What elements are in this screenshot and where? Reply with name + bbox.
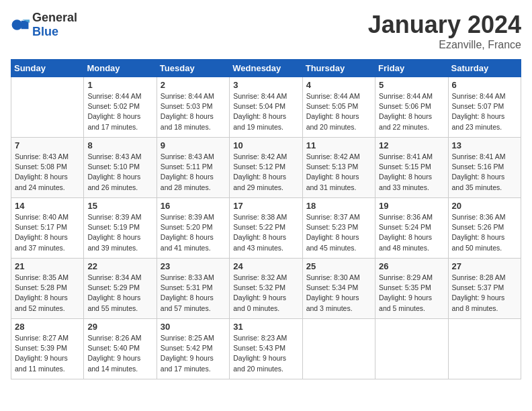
day-info: Sunrise: 8:44 AMSunset: 5:06 PMDaylight:…: [379, 91, 444, 132]
calendar-cell: 21Sunrise: 8:35 AMSunset: 5:28 PMDayligh…: [11, 259, 84, 319]
calendar-cell: 2Sunrise: 8:44 AMSunset: 5:03 PMDaylight…: [157, 77, 229, 138]
col-header-monday: Monday: [84, 60, 157, 77]
day-number: 31: [233, 322, 298, 332]
day-info: Sunrise: 8:39 AMSunset: 5:19 PMDaylight:…: [87, 212, 152, 253]
day-info: Sunrise: 8:27 AMSunset: 5:39 PMDaylight:…: [15, 333, 80, 374]
day-number: 26: [379, 261, 444, 271]
col-header-wednesday: Wednesday: [230, 60, 302, 77]
col-header-friday: Friday: [375, 60, 448, 77]
day-number: 9: [161, 140, 226, 150]
calendar-cell: 14Sunrise: 8:40 AMSunset: 5:17 PMDayligh…: [11, 198, 84, 259]
calendar-body: 1Sunrise: 8:44 AMSunset: 5:02 PMDaylight…: [11, 77, 521, 379]
day-number: 14: [15, 201, 80, 211]
day-number: 7: [15, 140, 80, 150]
day-info: Sunrise: 8:42 AMSunset: 5:12 PMDaylight:…: [233, 152, 298, 193]
day-info: Sunrise: 8:43 AMSunset: 5:08 PMDaylight:…: [15, 152, 80, 193]
day-number: 10: [233, 140, 298, 150]
day-info: Sunrise: 8:29 AMSunset: 5:35 PMDaylight:…: [379, 273, 444, 314]
calendar-cell: 3Sunrise: 8:44 AMSunset: 5:04 PMDaylight…: [230, 77, 302, 138]
calendar-cell: 31Sunrise: 8:23 AMSunset: 5:43 PMDayligh…: [230, 319, 302, 379]
day-number: 29: [87, 322, 152, 332]
day-info: Sunrise: 8:33 AMSunset: 5:31 PMDaylight:…: [161, 273, 226, 314]
day-info: Sunrise: 8:36 AMSunset: 5:24 PMDaylight:…: [379, 212, 444, 253]
day-info: Sunrise: 8:43 AMSunset: 5:11 PMDaylight:…: [161, 152, 226, 193]
day-number: 18: [306, 201, 371, 211]
col-header-thursday: Thursday: [302, 60, 375, 77]
week-row-3: 14Sunrise: 8:40 AMSunset: 5:17 PMDayligh…: [11, 198, 521, 259]
day-info: Sunrise: 8:25 AMSunset: 5:42 PMDaylight:…: [161, 333, 226, 374]
calendar-cell: 5Sunrise: 8:44 AMSunset: 5:06 PMDaylight…: [375, 77, 448, 138]
month-title: January 2024: [368, 11, 521, 39]
day-info: Sunrise: 8:38 AMSunset: 5:22 PMDaylight:…: [233, 212, 298, 253]
day-number: 15: [87, 201, 152, 211]
logo: General Blue: [11, 11, 77, 39]
day-info: Sunrise: 8:43 AMSunset: 5:10 PMDaylight:…: [87, 152, 152, 193]
day-number: 5: [379, 80, 444, 90]
day-info: Sunrise: 8:35 AMSunset: 5:28 PMDaylight:…: [15, 273, 80, 314]
week-row-4: 21Sunrise: 8:35 AMSunset: 5:28 PMDayligh…: [11, 259, 521, 319]
title-block: January 2024 Ezanville, France: [368, 11, 521, 51]
day-number: 27: [452, 261, 517, 271]
day-number: 13: [452, 140, 517, 150]
day-number: 11: [306, 140, 371, 150]
day-info: Sunrise: 8:36 AMSunset: 5:26 PMDaylight:…: [452, 212, 517, 253]
day-number: 3: [233, 80, 298, 90]
calendar-cell: 29Sunrise: 8:26 AMSunset: 5:40 PMDayligh…: [84, 319, 157, 379]
day-info: Sunrise: 8:41 AMSunset: 5:15 PMDaylight:…: [379, 152, 444, 193]
day-number: 30: [161, 322, 226, 332]
calendar-table: SundayMondayTuesdayWednesdayThursdayFrid…: [11, 59, 521, 379]
day-number: 1: [87, 80, 152, 90]
day-info: Sunrise: 8:44 AMSunset: 5:07 PMDaylight:…: [452, 91, 517, 132]
calendar-cell: [448, 319, 521, 379]
calendar-cell: 30Sunrise: 8:25 AMSunset: 5:42 PMDayligh…: [157, 319, 229, 379]
day-number: 20: [452, 201, 517, 211]
logo-text-general: General: [32, 11, 77, 24]
calendar-cell: 8Sunrise: 8:43 AMSunset: 5:10 PMDaylight…: [84, 138, 157, 198]
day-number: 8: [87, 140, 152, 150]
calendar-cell: 17Sunrise: 8:38 AMSunset: 5:22 PMDayligh…: [230, 198, 302, 259]
day-info: Sunrise: 8:40 AMSunset: 5:17 PMDaylight:…: [15, 212, 80, 253]
calendar-cell: 4Sunrise: 8:44 AMSunset: 5:05 PMDaylight…: [302, 77, 375, 138]
calendar-cell: 20Sunrise: 8:36 AMSunset: 5:26 PMDayligh…: [448, 198, 521, 259]
day-number: 24: [233, 261, 298, 271]
col-header-tuesday: Tuesday: [157, 60, 229, 77]
day-number: 4: [306, 80, 371, 90]
calendar-cell: 12Sunrise: 8:41 AMSunset: 5:15 PMDayligh…: [375, 138, 448, 198]
day-info: Sunrise: 8:42 AMSunset: 5:13 PMDaylight:…: [306, 152, 371, 193]
calendar-cell: 25Sunrise: 8:30 AMSunset: 5:34 PMDayligh…: [302, 259, 375, 319]
day-info: Sunrise: 8:39 AMSunset: 5:20 PMDaylight:…: [161, 212, 226, 253]
calendar-cell: 13Sunrise: 8:41 AMSunset: 5:16 PMDayligh…: [448, 138, 521, 198]
calendar-cell: 10Sunrise: 8:42 AMSunset: 5:12 PMDayligh…: [230, 138, 302, 198]
week-row-1: 1Sunrise: 8:44 AMSunset: 5:02 PMDaylight…: [11, 77, 521, 138]
day-info: Sunrise: 8:30 AMSunset: 5:34 PMDaylight:…: [306, 273, 371, 314]
calendar-cell: 19Sunrise: 8:36 AMSunset: 5:24 PMDayligh…: [375, 198, 448, 259]
day-info: Sunrise: 8:44 AMSunset: 5:03 PMDaylight:…: [161, 91, 226, 132]
day-info: Sunrise: 8:37 AMSunset: 5:23 PMDaylight:…: [306, 212, 371, 253]
calendar-cell: 26Sunrise: 8:29 AMSunset: 5:35 PMDayligh…: [375, 259, 448, 319]
day-number: 12: [379, 140, 444, 150]
calendar-cell: 23Sunrise: 8:33 AMSunset: 5:31 PMDayligh…: [157, 259, 229, 319]
calendar-cell: 22Sunrise: 8:34 AMSunset: 5:29 PMDayligh…: [84, 259, 157, 319]
calendar-cell: [11, 77, 84, 138]
calendar-cell: 16Sunrise: 8:39 AMSunset: 5:20 PMDayligh…: [157, 198, 229, 259]
column-headers-row: SundayMondayTuesdayWednesdayThursdayFrid…: [11, 60, 521, 77]
day-number: 19: [379, 201, 444, 211]
week-row-2: 7Sunrise: 8:43 AMSunset: 5:08 PMDaylight…: [11, 138, 521, 198]
calendar-cell: 15Sunrise: 8:39 AMSunset: 5:19 PMDayligh…: [84, 198, 157, 259]
calendar-cell: 6Sunrise: 8:44 AMSunset: 5:07 PMDaylight…: [448, 77, 521, 138]
calendar-cell: [302, 319, 375, 379]
day-number: 28: [15, 322, 80, 332]
calendar-cell: 27Sunrise: 8:28 AMSunset: 5:37 PMDayligh…: [448, 259, 521, 319]
day-number: 25: [306, 261, 371, 271]
page-header: General Blue January 2024 Ezanville, Fra…: [11, 11, 521, 51]
day-info: Sunrise: 8:41 AMSunset: 5:16 PMDaylight:…: [452, 152, 517, 193]
day-number: 16: [161, 201, 226, 211]
calendar-cell: 11Sunrise: 8:42 AMSunset: 5:13 PMDayligh…: [302, 138, 375, 198]
day-number: 21: [15, 261, 80, 271]
day-info: Sunrise: 8:44 AMSunset: 5:05 PMDaylight:…: [306, 91, 371, 132]
day-number: 2: [161, 80, 226, 90]
day-number: 23: [161, 261, 226, 271]
col-header-saturday: Saturday: [448, 60, 521, 77]
day-info: Sunrise: 8:44 AMSunset: 5:04 PMDaylight:…: [233, 91, 298, 132]
week-row-5: 28Sunrise: 8:27 AMSunset: 5:39 PMDayligh…: [11, 319, 521, 379]
